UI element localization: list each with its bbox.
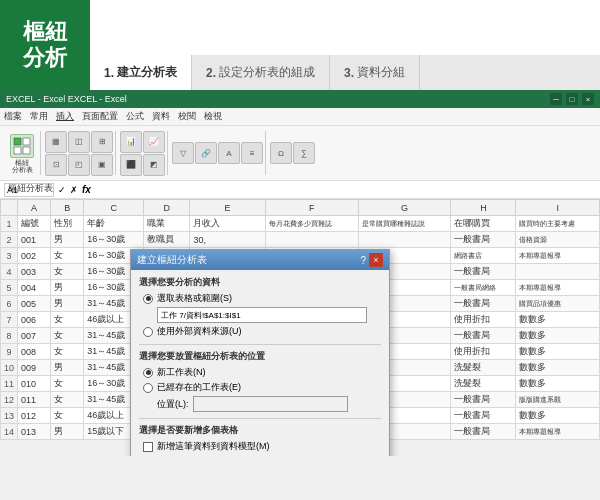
cell-a1[interactable]: 編號 xyxy=(18,216,51,232)
radio-label-4: 已經存在的工作表(E) xyxy=(157,381,241,394)
col-header-e: E xyxy=(190,200,265,216)
menu-item-layout[interactable]: 頁面配置 xyxy=(82,110,118,123)
filter-icon[interactable]: ▽ xyxy=(172,142,194,164)
menu-item-insert[interactable]: 插入 xyxy=(56,110,74,123)
tab-create-table[interactable]: 1. 建立分析表 xyxy=(90,55,192,90)
checkbox-data-model[interactable]: 新增這筆資料到資料模型(M) xyxy=(143,440,381,453)
link-icon[interactable]: 🔗 xyxy=(195,142,217,164)
section2-title: 選擇您要放置樞紐分析表的位置 xyxy=(139,350,381,363)
cell-b1[interactable]: 性別 xyxy=(51,216,84,232)
header-icon[interactable]: ≡ xyxy=(241,142,263,164)
tab-configure-table[interactable]: 2. 設定分析表的組成 xyxy=(192,55,330,90)
location-input[interactable] xyxy=(193,396,348,412)
radio-dot-3 xyxy=(143,368,153,378)
radio-new-sheet[interactable]: 新工作表(N) xyxy=(143,366,381,379)
col-header-a: A xyxy=(18,200,51,216)
divider-1 xyxy=(139,344,381,345)
pivot-table-section: 樞紐分析表 xyxy=(4,131,41,175)
section1-title: 選擇您要分析的資料 xyxy=(139,276,381,289)
tab-data-group[interactable]: 3. 資料分組 xyxy=(330,55,420,90)
dialog-help-icon[interactable]: ? xyxy=(360,255,366,266)
col-header-g: G xyxy=(358,200,451,216)
menu-item-formula[interactable]: 公式 xyxy=(126,110,144,123)
toolbar-section-4: ▽ 🔗 A ≡ xyxy=(170,131,266,175)
excel-title-bar: EXCEL - Excel EXCEL - Excel ─ □ × xyxy=(0,90,600,108)
formula-fx-icon: fx xyxy=(82,184,91,195)
menu-item-view[interactable]: 檢視 xyxy=(204,110,222,123)
location-label: 位置(L): xyxy=(157,398,189,411)
window-controls: ─ □ × xyxy=(550,93,594,105)
minimize-icon[interactable]: ─ xyxy=(550,93,562,105)
toolbar-icon-1[interactable]: ▦ xyxy=(45,131,67,153)
col-header-c: C xyxy=(84,200,144,216)
excel-title-text: EXCEL - Excel EXCEL - Excel xyxy=(6,94,127,104)
text-icon[interactable]: A xyxy=(218,142,240,164)
radio-label-2: 使用外部資料來源(U) xyxy=(157,325,242,338)
cell-g1[interactable]: 是常購買哪種雜誌說 xyxy=(358,216,451,232)
radio-table-range[interactable]: 選取表格或範圍(S) xyxy=(143,292,381,305)
formula-check[interactable]: ✓ xyxy=(58,185,66,195)
symbol-icon[interactable]: Ω xyxy=(270,142,292,164)
radio-label-1: 選取表格或範圍(S) xyxy=(157,292,232,305)
menu-item-data[interactable]: 資料 xyxy=(152,110,170,123)
toolbar-icon-5[interactable]: ◰ xyxy=(68,154,90,176)
menu-item-review[interactable]: 校閱 xyxy=(178,110,196,123)
col-header-f: F xyxy=(265,200,358,216)
dialog-title-bar: 建立樞紐分析表 ? × xyxy=(131,250,389,270)
col-header-i: I xyxy=(516,200,600,216)
formula-bar: ✓ ✗ fx xyxy=(0,181,600,199)
toolbar-section-5: Ω ∑ xyxy=(268,131,317,175)
menu-bar: 檔案 常用 插入 頁面配置 公式 資料 校閱 檢視 xyxy=(0,108,600,126)
row-num-1: 1 xyxy=(1,216,18,232)
maximize-icon[interactable]: □ xyxy=(566,93,578,105)
close-icon[interactable]: × xyxy=(582,93,594,105)
pivot-table-button[interactable]: 樞紐分析表 xyxy=(6,133,38,173)
col-header-b: B xyxy=(51,200,84,216)
svg-rect-2 xyxy=(14,147,21,154)
menu-item-home[interactable]: 常用 xyxy=(30,110,48,123)
dialog-close-button[interactable]: × xyxy=(369,253,383,267)
chart-icon-2[interactable]: 📈 xyxy=(143,131,165,153)
toolbar-icon-6[interactable]: ▣ xyxy=(91,154,113,176)
cell-d1[interactable]: 職業 xyxy=(144,216,190,232)
spreadsheet[interactable]: A B C D E F G H I 1 編號 性別 年齡 職業 xyxy=(0,199,600,456)
cell-c1[interactable]: 年齡 xyxy=(84,216,144,232)
chart-icon-3[interactable]: ⬛ xyxy=(120,154,142,176)
ribbon-content: 樞紐分析表 ▦ ◫ ⊞ ⊡ ◰ ▣ 📊 � xyxy=(0,126,600,181)
dialog-title-text: 建立樞紐分析表 xyxy=(137,253,207,267)
radio-label-3: 新工作表(N) xyxy=(157,366,206,379)
placement-section: 選擇您要放置樞紐分析表的位置 新工作表(N) 已經存在的工作表(E) 位置(L)… xyxy=(139,350,381,412)
range-input[interactable] xyxy=(157,307,367,323)
svg-rect-3 xyxy=(23,147,30,154)
cell-h1[interactable]: 在哪購買 xyxy=(451,216,516,232)
nav-tabs: 1. 建立分析表 2. 設定分析表的組成 3. 資料分組 xyxy=(90,55,600,90)
menu-item-file[interactable]: 檔案 xyxy=(4,110,22,123)
header-banner: 樞紐 分析 xyxy=(0,0,90,90)
formula-cancel[interactable]: ✗ xyxy=(70,185,78,195)
dialog-body: 選擇您要分析的資料 選取表格或範圍(S) 使用外部資料來源(U) xyxy=(131,270,389,456)
placement-radio-group: 新工作表(N) 已經存在的工作表(E) 位置(L): xyxy=(143,366,381,412)
col-header-d: D xyxy=(144,200,190,216)
table-row: 2001男16～30歲教職員30,一般書局借格資源 xyxy=(1,232,600,248)
radio-dot-2 xyxy=(143,327,153,337)
section3-title: 選擇是否要新增多個表格 xyxy=(139,424,381,437)
radio-dot-4 xyxy=(143,383,153,393)
cell-f1[interactable]: 每月花費多少買雜誌 xyxy=(265,216,358,232)
cell-e1[interactable]: 月收入 xyxy=(190,216,265,232)
cell-i1[interactable]: 購買時的主要考慮 xyxy=(516,216,600,232)
radio-existing-sheet[interactable]: 已經存在的工作表(E) xyxy=(143,381,381,394)
location-row: 位置(L): xyxy=(157,396,381,412)
toolbar-icon-2[interactable]: ◫ xyxy=(68,131,90,153)
pivot-icon xyxy=(10,134,34,158)
chart-icon-4[interactable]: ◩ xyxy=(143,154,165,176)
toolbar-section-2: ▦ ◫ ⊞ ⊡ ◰ ▣ xyxy=(43,131,116,175)
header-title: 樞紐 分析 xyxy=(23,19,67,72)
checkbox-label-1: 新增這筆資料到資料模型(M) xyxy=(157,440,270,453)
toolbar-icon-4[interactable]: ⊡ xyxy=(45,154,67,176)
equation-icon[interactable]: ∑ xyxy=(293,142,315,164)
data-source-section: 選擇您要分析的資料 選取表格或範圍(S) 使用外部資料來源(U) xyxy=(139,276,381,338)
chart-icon-1[interactable]: 📊 xyxy=(120,131,142,153)
col-header-h: H xyxy=(451,200,516,216)
radio-external[interactable]: 使用外部資料來源(U) xyxy=(143,325,381,338)
toolbar-icon-3[interactable]: ⊞ xyxy=(91,131,113,153)
